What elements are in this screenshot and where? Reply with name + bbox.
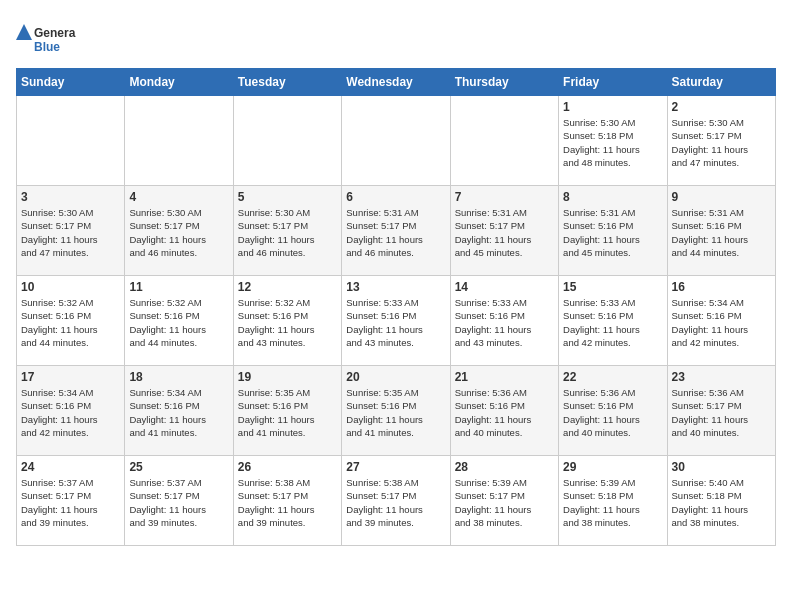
day-info: Sunrise: 5:31 AM Sunset: 5:17 PM Dayligh… (455, 206, 554, 259)
day-number: 21 (455, 370, 554, 384)
weekday-header-tuesday: Tuesday (233, 69, 341, 96)
calendar-cell: 17Sunrise: 5:34 AM Sunset: 5:16 PM Dayli… (17, 366, 125, 456)
day-info: Sunrise: 5:30 AM Sunset: 5:17 PM Dayligh… (672, 116, 771, 169)
day-number: 27 (346, 460, 445, 474)
calendar-table: SundayMondayTuesdayWednesdayThursdayFrid… (16, 68, 776, 546)
calendar-week-4: 17Sunrise: 5:34 AM Sunset: 5:16 PM Dayli… (17, 366, 776, 456)
calendar-cell: 11Sunrise: 5:32 AM Sunset: 5:16 PM Dayli… (125, 276, 233, 366)
day-number: 26 (238, 460, 337, 474)
day-number: 8 (563, 190, 662, 204)
day-info: Sunrise: 5:37 AM Sunset: 5:17 PM Dayligh… (21, 476, 120, 529)
calendar-cell: 23Sunrise: 5:36 AM Sunset: 5:17 PM Dayli… (667, 366, 775, 456)
calendar-cell: 21Sunrise: 5:36 AM Sunset: 5:16 PM Dayli… (450, 366, 558, 456)
day-number: 1 (563, 100, 662, 114)
calendar-cell: 27Sunrise: 5:38 AM Sunset: 5:17 PM Dayli… (342, 456, 450, 546)
page-header: General Blue (16, 16, 776, 60)
day-info: Sunrise: 5:37 AM Sunset: 5:17 PM Dayligh… (129, 476, 228, 529)
day-number: 5 (238, 190, 337, 204)
day-number: 24 (21, 460, 120, 474)
calendar-cell: 12Sunrise: 5:32 AM Sunset: 5:16 PM Dayli… (233, 276, 341, 366)
day-info: Sunrise: 5:33 AM Sunset: 5:16 PM Dayligh… (563, 296, 662, 349)
day-info: Sunrise: 5:36 AM Sunset: 5:16 PM Dayligh… (563, 386, 662, 439)
calendar-cell (17, 96, 125, 186)
calendar-cell: 15Sunrise: 5:33 AM Sunset: 5:16 PM Dayli… (559, 276, 667, 366)
calendar-cell: 30Sunrise: 5:40 AM Sunset: 5:18 PM Dayli… (667, 456, 775, 546)
day-number: 18 (129, 370, 228, 384)
day-info: Sunrise: 5:36 AM Sunset: 5:16 PM Dayligh… (455, 386, 554, 439)
day-number: 16 (672, 280, 771, 294)
calendar-cell (125, 96, 233, 186)
day-info: Sunrise: 5:34 AM Sunset: 5:16 PM Dayligh… (672, 296, 771, 349)
calendar-cell (450, 96, 558, 186)
calendar-cell: 4Sunrise: 5:30 AM Sunset: 5:17 PM Daylig… (125, 186, 233, 276)
weekday-header-wednesday: Wednesday (342, 69, 450, 96)
day-info: Sunrise: 5:40 AM Sunset: 5:18 PM Dayligh… (672, 476, 771, 529)
calendar-cell: 1Sunrise: 5:30 AM Sunset: 5:18 PM Daylig… (559, 96, 667, 186)
day-number: 7 (455, 190, 554, 204)
day-info: Sunrise: 5:30 AM Sunset: 5:17 PM Dayligh… (238, 206, 337, 259)
day-number: 25 (129, 460, 228, 474)
day-info: Sunrise: 5:32 AM Sunset: 5:16 PM Dayligh… (238, 296, 337, 349)
svg-text:Blue: Blue (34, 40, 60, 54)
day-info: Sunrise: 5:31 AM Sunset: 5:16 PM Dayligh… (563, 206, 662, 259)
day-number: 14 (455, 280, 554, 294)
day-info: Sunrise: 5:38 AM Sunset: 5:17 PM Dayligh… (346, 476, 445, 529)
calendar-cell: 25Sunrise: 5:37 AM Sunset: 5:17 PM Dayli… (125, 456, 233, 546)
calendar-week-2: 3Sunrise: 5:30 AM Sunset: 5:17 PM Daylig… (17, 186, 776, 276)
day-info: Sunrise: 5:30 AM Sunset: 5:17 PM Dayligh… (21, 206, 120, 259)
calendar-cell: 19Sunrise: 5:35 AM Sunset: 5:16 PM Dayli… (233, 366, 341, 456)
day-number: 30 (672, 460, 771, 474)
calendar-cell: 5Sunrise: 5:30 AM Sunset: 5:17 PM Daylig… (233, 186, 341, 276)
day-number: 2 (672, 100, 771, 114)
day-info: Sunrise: 5:32 AM Sunset: 5:16 PM Dayligh… (129, 296, 228, 349)
calendar-cell: 7Sunrise: 5:31 AM Sunset: 5:17 PM Daylig… (450, 186, 558, 276)
day-number: 4 (129, 190, 228, 204)
day-info: Sunrise: 5:31 AM Sunset: 5:16 PM Dayligh… (672, 206, 771, 259)
calendar-cell: 29Sunrise: 5:39 AM Sunset: 5:18 PM Dayli… (559, 456, 667, 546)
day-number: 13 (346, 280, 445, 294)
day-info: Sunrise: 5:33 AM Sunset: 5:16 PM Dayligh… (455, 296, 554, 349)
weekday-header-saturday: Saturday (667, 69, 775, 96)
svg-text:General: General (34, 26, 76, 40)
calendar-cell: 18Sunrise: 5:34 AM Sunset: 5:16 PM Dayli… (125, 366, 233, 456)
calendar-cell (233, 96, 341, 186)
weekday-header-thursday: Thursday (450, 69, 558, 96)
calendar-cell: 28Sunrise: 5:39 AM Sunset: 5:17 PM Dayli… (450, 456, 558, 546)
day-info: Sunrise: 5:39 AM Sunset: 5:17 PM Dayligh… (455, 476, 554, 529)
day-info: Sunrise: 5:36 AM Sunset: 5:17 PM Dayligh… (672, 386, 771, 439)
calendar-cell: 13Sunrise: 5:33 AM Sunset: 5:16 PM Dayli… (342, 276, 450, 366)
day-info: Sunrise: 5:35 AM Sunset: 5:16 PM Dayligh… (238, 386, 337, 439)
day-info: Sunrise: 5:30 AM Sunset: 5:18 PM Dayligh… (563, 116, 662, 169)
calendar-cell: 20Sunrise: 5:35 AM Sunset: 5:16 PM Dayli… (342, 366, 450, 456)
day-info: Sunrise: 5:35 AM Sunset: 5:16 PM Dayligh… (346, 386, 445, 439)
calendar-cell: 22Sunrise: 5:36 AM Sunset: 5:16 PM Dayli… (559, 366, 667, 456)
day-number: 9 (672, 190, 771, 204)
day-info: Sunrise: 5:34 AM Sunset: 5:16 PM Dayligh… (129, 386, 228, 439)
logo: General Blue (16, 20, 76, 60)
day-info: Sunrise: 5:32 AM Sunset: 5:16 PM Dayligh… (21, 296, 120, 349)
day-info: Sunrise: 5:39 AM Sunset: 5:18 PM Dayligh… (563, 476, 662, 529)
svg-marker-2 (16, 24, 32, 40)
day-number: 6 (346, 190, 445, 204)
weekday-header-friday: Friday (559, 69, 667, 96)
calendar-week-3: 10Sunrise: 5:32 AM Sunset: 5:16 PM Dayli… (17, 276, 776, 366)
day-number: 10 (21, 280, 120, 294)
calendar-cell: 2Sunrise: 5:30 AM Sunset: 5:17 PM Daylig… (667, 96, 775, 186)
weekday-header-sunday: Sunday (17, 69, 125, 96)
day-info: Sunrise: 5:30 AM Sunset: 5:17 PM Dayligh… (129, 206, 228, 259)
calendar-cell: 8Sunrise: 5:31 AM Sunset: 5:16 PM Daylig… (559, 186, 667, 276)
day-number: 11 (129, 280, 228, 294)
calendar-cell: 9Sunrise: 5:31 AM Sunset: 5:16 PM Daylig… (667, 186, 775, 276)
day-number: 15 (563, 280, 662, 294)
logo-svg: General Blue (16, 20, 76, 60)
calendar-week-5: 24Sunrise: 5:37 AM Sunset: 5:17 PM Dayli… (17, 456, 776, 546)
day-number: 28 (455, 460, 554, 474)
day-info: Sunrise: 5:33 AM Sunset: 5:16 PM Dayligh… (346, 296, 445, 349)
day-info: Sunrise: 5:34 AM Sunset: 5:16 PM Dayligh… (21, 386, 120, 439)
day-number: 17 (21, 370, 120, 384)
calendar-cell: 24Sunrise: 5:37 AM Sunset: 5:17 PM Dayli… (17, 456, 125, 546)
calendar-cell: 26Sunrise: 5:38 AM Sunset: 5:17 PM Dayli… (233, 456, 341, 546)
day-info: Sunrise: 5:38 AM Sunset: 5:17 PM Dayligh… (238, 476, 337, 529)
day-number: 20 (346, 370, 445, 384)
day-number: 19 (238, 370, 337, 384)
